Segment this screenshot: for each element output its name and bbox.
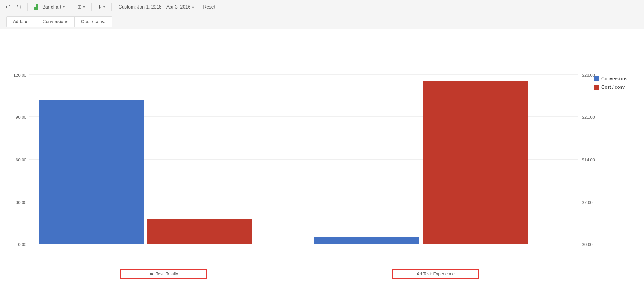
chart-area: 0.00 30.00 60.00 90.00 120.00 $0.00 $7.0… [0, 29, 644, 282]
date-chevron-icon: ▾ [192, 5, 194, 9]
y-right-28: $28.00 [582, 73, 595, 78]
bar-group1-red [147, 219, 252, 244]
y-left-30: 30.00 [16, 200, 26, 205]
y-left-60: 60.00 [16, 157, 26, 162]
y-left-0: 0.00 [18, 242, 26, 247]
filter-ad-label[interactable]: Ad label [6, 16, 36, 27]
undo-button[interactable]: ↩ [3, 2, 13, 12]
separator-2 [71, 3, 71, 11]
chart-svg: 0.00 30.00 60.00 90.00 120.00 $0.00 $7.0… [0, 29, 644, 282]
bar-group2-blue [314, 237, 419, 244]
legend-cost-conv-label: Cost / conv. [601, 85, 625, 90]
download-chevron-icon: ▾ [103, 5, 105, 9]
filter-bar: Ad label Conversions Cost / conv. [0, 14, 644, 29]
download-button[interactable]: ⬇ ▾ [95, 3, 108, 11]
y-right-21: $21.00 [582, 115, 595, 119]
legend-red-swatch [594, 85, 599, 90]
download-icon: ⬇ [98, 4, 102, 10]
redo-button[interactable]: ↪ [14, 2, 24, 12]
reset-button[interactable]: Reset [199, 3, 219, 11]
filter-cost-conv[interactable]: Cost / conv. [75, 16, 112, 27]
chart-type-button[interactable]: Bar chart ▾ [31, 3, 68, 11]
y-right-0: $0.00 [582, 242, 593, 247]
y-left-90: 90.00 [16, 115, 26, 119]
date-range-button[interactable]: Custom: Jan 1, 2016 – Apr 3, 2016 ▾ [115, 3, 198, 11]
y-right-7: $7.00 [582, 200, 593, 205]
bar-group2-red [423, 81, 528, 244]
date-range-label: Custom: Jan 1, 2016 – Apr 3, 2016 [119, 4, 190, 10]
view-toggle-button[interactable]: ⊞ ▾ [74, 3, 88, 11]
chevron-down-icon: ▾ [63, 5, 65, 9]
filter-conversions[interactable]: Conversions [36, 16, 75, 27]
view-chevron-icon: ▾ [83, 5, 85, 9]
separator-4 [111, 3, 112, 11]
y-right-14: $14.00 [582, 157, 595, 162]
view-icon: ⊞ [78, 4, 81, 10]
toolbar: ↩ ↪ Bar chart ▾ ⊞ ▾ ⬇ ▾ Custom: Jan 1, 2… [0, 0, 644, 14]
chart-type-label: Bar chart [42, 4, 61, 10]
separator-1 [27, 3, 28, 11]
legend-conversions-label: Conversions [601, 76, 627, 81]
x-label-1: Ad Test: Totally [149, 272, 178, 276]
separator-3 [91, 3, 92, 11]
legend-blue-swatch [594, 76, 599, 81]
x-label-2: Ad Test: Experience [417, 272, 455, 276]
bar-chart-icon [34, 4, 41, 10]
y-left-120: 120.00 [13, 73, 26, 78]
bar-group1-blue [39, 100, 144, 244]
